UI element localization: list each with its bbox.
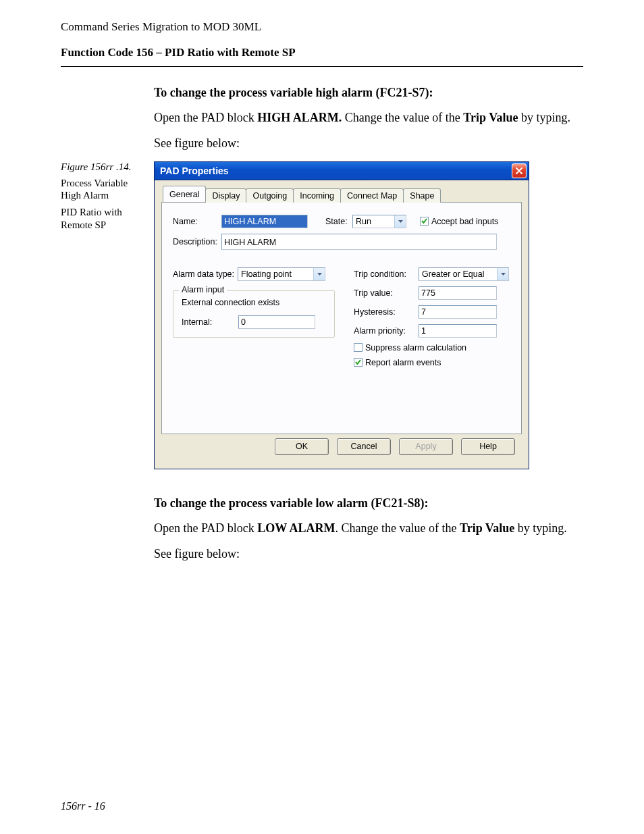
hysteresis-label: Hysteresis: (354, 307, 419, 317)
text-bold: Trip Value (463, 111, 518, 124)
text-fragment: by typing. (518, 111, 571, 124)
tab-strip: General Display Outgoing Incoming Connec… (161, 186, 522, 202)
text-bold: Trip Value (460, 521, 514, 535)
see-figure-text-2: See figure below: (154, 546, 583, 562)
internal-field[interactable] (238, 315, 315, 329)
low-alarm-instruction: Open the PAD block LOW ALARM. Change the… (154, 520, 583, 536)
text-fragment: Open the PAD block (154, 521, 257, 535)
ok-button[interactable]: OK (275, 438, 329, 455)
alarm-priority-label: Alarm priority: (354, 326, 419, 336)
checkbox-icon (354, 358, 363, 367)
trip-value-label: Trip value: (354, 288, 419, 298)
low-alarm-heading: To change the process variable low alarm… (154, 496, 583, 511)
section-divider (61, 66, 583, 67)
tab-display[interactable]: Display (205, 188, 246, 203)
tab-general[interactable]: General (163, 186, 206, 202)
checkbox-icon (420, 217, 429, 226)
text-fragment: . Change the value of the (336, 521, 460, 535)
internal-label: Internal: (182, 317, 238, 327)
close-icon (516, 167, 522, 174)
description-field[interactable] (221, 234, 497, 250)
trip-condition-select[interactable]: Greater or Equal (419, 267, 509, 281)
see-figure-text: See figure below: (154, 135, 583, 151)
trip-condition-value: Greater or Equal (419, 268, 497, 280)
chevron-down-icon (497, 268, 508, 280)
section-title: Function Code 156 – PID Ratio with Remot… (61, 46, 583, 59)
dialog-titlebar[interactable]: PAD Properties (155, 162, 529, 180)
alarm-data-type-value: Floating point (238, 268, 313, 280)
text-bold: LOW ALARM (257, 521, 335, 535)
suppress-alarm-checkbox[interactable]: Suppress alarm calculation (354, 343, 466, 353)
name-label: Name: (173, 217, 221, 226)
alarm-input-fieldset: Alarm input External connection exists I… (173, 290, 335, 338)
apply-button[interactable]: Apply (399, 438, 453, 455)
figure-number: Figure 156rr .14. (61, 161, 149, 173)
tab-outgoing[interactable]: Outgoing (246, 188, 294, 203)
tab-shape[interactable]: Shape (403, 188, 441, 203)
chevron-down-icon (394, 215, 406, 228)
alarm-input-legend: Alarm input (179, 285, 227, 294)
checkbox-icon (354, 343, 363, 352)
close-button[interactable] (512, 163, 527, 178)
suppress-alarm-label: Suppress alarm calculation (365, 343, 466, 353)
tab-connect-map[interactable]: Connect Map (340, 188, 404, 203)
alarm-data-type-select[interactable]: Floating point (238, 267, 325, 281)
page-footer: 156rr - 16 (61, 800, 105, 812)
trip-condition-label: Trip condition: (354, 269, 419, 279)
pad-properties-dialog: PAD Properties General Display Outgoing … (154, 161, 529, 469)
high-alarm-instruction: Open the PAD block HIGH ALARM. Change th… (154, 109, 583, 126)
external-conn-text: External connection exists (182, 298, 326, 307)
tab-panel-general: Name: State: Run (161, 202, 522, 434)
name-field[interactable] (221, 215, 308, 228)
chevron-down-icon (313, 268, 325, 280)
help-button[interactable]: Help (461, 438, 515, 455)
text-fragment: by typing. (514, 521, 567, 535)
accept-bad-inputs-checkbox[interactable]: Accept bad inputs (420, 217, 498, 226)
high-alarm-heading: To change the process variable high alar… (154, 86, 583, 100)
text-bold: HIGH ALARM. (257, 111, 342, 124)
report-alarm-checkbox[interactable]: Report alarm events (354, 358, 441, 367)
state-select[interactable]: Run (352, 215, 406, 228)
report-alarm-label: Report alarm events (365, 358, 441, 367)
tab-incoming[interactable]: Incoming (293, 188, 341, 203)
text-fragment: Change the value of the (342, 111, 463, 124)
description-label: Description: (173, 237, 221, 246)
dialog-title: PAD Properties (160, 165, 229, 176)
doc-header: Command Series Migration to MOD 30ML (61, 20, 583, 34)
figure-caption-1: Process Variable High Alarm (61, 177, 149, 203)
state-label: State: (325, 217, 352, 226)
cancel-button[interactable]: Cancel (337, 438, 391, 455)
state-value: Run (353, 215, 394, 228)
accept-bad-inputs-label: Accept bad inputs (431, 217, 498, 226)
trip-value-field[interactable] (419, 286, 497, 300)
alarm-data-type-label: Alarm data type: (173, 269, 238, 279)
figure-caption-2: PID Ratio with Remote SP (61, 206, 149, 232)
text-fragment: Open the PAD block (154, 111, 257, 124)
alarm-priority-field[interactable] (419, 324, 497, 338)
hysteresis-field[interactable] (419, 305, 497, 319)
